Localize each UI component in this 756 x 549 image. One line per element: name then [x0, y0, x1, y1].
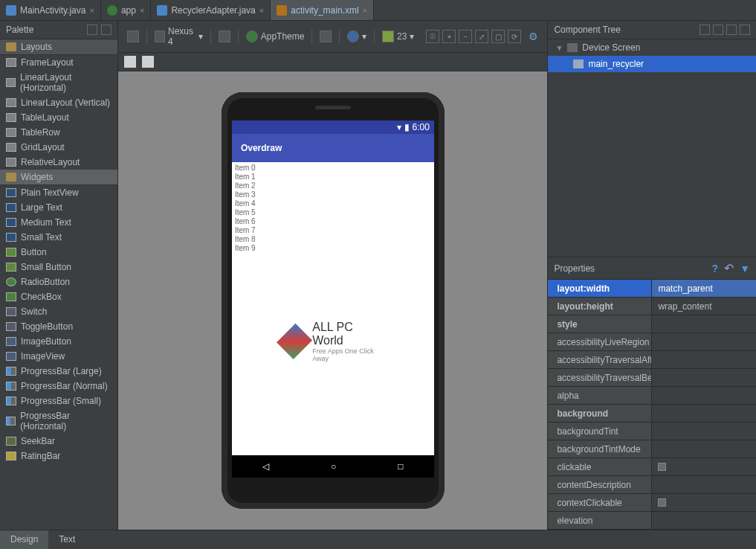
- prop-value[interactable]: [652, 405, 756, 422]
- palette-item-switch[interactable]: Switch: [0, 304, 117, 319]
- palette-item-tablerow[interactable]: TableRow: [0, 125, 117, 140]
- tree-node-main-recycler[interactable]: main_recycler: [548, 56, 756, 72]
- prop-row-contentdescription[interactable]: contentDescription: [548, 476, 756, 494]
- prop-value[interactable]: [652, 315, 756, 333]
- palette-item-smallbutton[interactable]: Small Button: [0, 260, 117, 274]
- palette-item-imagebutton[interactable]: ImageButton: [0, 334, 117, 349]
- palette-item-progressbar-small[interactable]: ProgressBar (Small): [0, 394, 117, 408]
- prop-row-backgroundtintmode[interactable]: backgroundTintMode: [548, 440, 756, 458]
- prop-row-layout-height[interactable]: layout:heightwrap_content: [548, 298, 756, 315]
- palette-item-linearlayout-v[interactable]: LinearLayout (Vertical): [0, 95, 117, 110]
- palette-item-relativelayout[interactable]: RelativeLayout: [0, 155, 117, 170]
- prop-value[interactable]: [652, 423, 756, 440]
- palette-item-mediumtext[interactable]: Medium Text: [0, 215, 117, 230]
- zoom-fit-button[interactable]: ⦾: [426, 30, 439, 43]
- prop-value[interactable]: [652, 494, 756, 511]
- pan-button[interactable]: [124, 56, 136, 68]
- orientation-button[interactable]: [124, 29, 142, 44]
- theme-picker[interactable]: AppTheme: [243, 29, 308, 44]
- collapse-icon[interactable]: [101, 25, 112, 35]
- palette-item-button[interactable]: Button: [0, 245, 117, 260]
- palette-item-progressbar-normal[interactable]: ProgressBar (Normal): [0, 379, 117, 394]
- collapse-icon[interactable]: [713, 25, 723, 35]
- tab-text[interactable]: Text: [48, 530, 85, 549]
- prop-row-clickable[interactable]: clickable: [548, 458, 756, 476]
- tab-design[interactable]: Design: [0, 530, 48, 549]
- palette-group-widgets[interactable]: Widgets: [0, 170, 117, 185]
- prop-value[interactable]: [652, 333, 756, 350]
- device-screen[interactable]: ▾ ▮ 6:00 Overdraw Item 0 Item 1 Item 2 I…: [232, 121, 434, 455]
- palette-item-linearlayout-h[interactable]: LinearLayout (Horizontal): [0, 70, 117, 95]
- tab-app[interactable]: app ×: [101, 0, 151, 20]
- prop-value[interactable]: [652, 512, 756, 529]
- palette-item-togglebutton[interactable]: ToggleButton: [0, 319, 117, 334]
- settings-button[interactable]: ⚙: [526, 29, 541, 44]
- refresh-button[interactable]: ⟳: [508, 30, 521, 43]
- api-picker[interactable]: 23 ▾: [379, 29, 417, 44]
- prop-row-accessibilitytraversal1[interactable]: accessibilityTraversalAfter: [548, 351, 756, 369]
- zoom-in-button[interactable]: +: [442, 30, 456, 43]
- undo-icon[interactable]: ↶: [724, 261, 734, 275]
- palette-item-progressbar-horizontal[interactable]: ProgressBar (Horizontal): [0, 408, 117, 434]
- prop-row-backgroundtint[interactable]: backgroundTint: [548, 423, 756, 440]
- prop-value[interactable]: [652, 458, 756, 475]
- tab-activity-main-xml[interactable]: activity_main.xml ×: [271, 0, 374, 20]
- filter-icon[interactable]: ▼: [740, 263, 750, 274]
- prop-value[interactable]: [652, 387, 756, 404]
- preview-canvas[interactable]: ▾ ▮ 6:00 Overdraw Item 0 Item 1 Item 2 I…: [118, 71, 547, 530]
- zoom-actual-button[interactable]: ⤢: [475, 30, 488, 43]
- gear-icon[interactable]: [87, 25, 97, 35]
- hide-icon[interactable]: [740, 25, 750, 35]
- prop-value[interactable]: [652, 351, 756, 368]
- zoom-out-button[interactable]: −: [459, 30, 472, 43]
- prop-value[interactable]: match_parent: [652, 280, 756, 297]
- expand-icon[interactable]: [700, 25, 710, 35]
- tab-mainactivity[interactable]: MainActivity.java ×: [0, 0, 101, 20]
- prop-value[interactable]: wrap_content: [652, 298, 756, 315]
- prop-value[interactable]: [652, 476, 756, 493]
- clipboard-button[interactable]: ▢: [491, 30, 505, 43]
- palette-item-checkbox[interactable]: CheckBox: [0, 289, 117, 304]
- gear-icon[interactable]: [726, 25, 737, 35]
- app-bar: Overdraw: [232, 134, 434, 162]
- globe-button[interactable]: ▾: [344, 29, 369, 44]
- help-icon[interactable]: ?: [712, 263, 719, 274]
- checkbox-icon[interactable]: [658, 463, 666, 471]
- close-icon[interactable]: ×: [363, 6, 367, 15]
- checkbox-icon[interactable]: [658, 498, 666, 507]
- tab-recycleradapter[interactable]: RecyclerAdapter.java ×: [151, 0, 271, 20]
- palette-item-tablelayout[interactable]: TableLayout: [0, 110, 117, 125]
- palette-item-smalltext[interactable]: Small Text: [0, 230, 117, 245]
- palette-item-radiobutton[interactable]: RadioButton: [0, 274, 117, 289]
- prop-row-accessibilitytraversal2[interactable]: accessibilityTraversalBefore: [548, 369, 756, 387]
- nav-back-icon: ◁: [262, 461, 269, 472]
- prop-value[interactable]: [652, 369, 756, 386]
- prop-row-style[interactable]: style: [548, 315, 756, 333]
- locale-button[interactable]: [317, 29, 335, 44]
- palette-item-progressbar-large[interactable]: ProgressBar (Large): [0, 364, 117, 379]
- tree-node-device-screen[interactable]: ▼ Device Screen: [548, 39, 756, 56]
- palette-item-seekbar[interactable]: SeekBar: [0, 434, 117, 449]
- recycler-view[interactable]: Item 0 Item 1 Item 2 Item 3 Item 4 Item …: [232, 162, 434, 455]
- device-picker[interactable]: Nexus 4 ▾: [152, 25, 206, 48]
- palette-item-imageview[interactable]: ImageView: [0, 349, 117, 364]
- close-icon[interactable]: ×: [89, 6, 94, 15]
- close-icon[interactable]: ×: [140, 6, 144, 15]
- palette-item-ratingbar[interactable]: RatingBar: [0, 449, 117, 463]
- palette-item-plaintextview[interactable]: Plain TextView: [0, 185, 117, 200]
- close-icon[interactable]: ×: [259, 6, 264, 15]
- palette-item-largetext[interactable]: Large Text: [0, 200, 117, 215]
- prop-row-alpha[interactable]: alpha: [548, 387, 756, 405]
- palette-item-gridlayout[interactable]: GridLayout: [0, 140, 117, 155]
- prop-row-accessibilityliveregion[interactable]: accessibilityLiveRegion: [548, 333, 756, 351]
- chevron-down-icon[interactable]: ▼: [555, 44, 563, 52]
- prop-row-layout-width[interactable]: layout:widthmatch_parent: [548, 280, 756, 298]
- prop-value[interactable]: [652, 440, 756, 458]
- palette-item-framelayout[interactable]: FrameLayout: [0, 55, 117, 70]
- prop-row-contextclickable[interactable]: contextClickable: [548, 494, 756, 512]
- palette-group-layouts[interactable]: Layouts: [0, 39, 117, 55]
- prop-row-background[interactable]: background: [548, 405, 756, 423]
- prop-row-elevation[interactable]: elevation: [548, 512, 756, 530]
- select-button[interactable]: [142, 56, 154, 68]
- configuration-button[interactable]: [216, 29, 233, 44]
